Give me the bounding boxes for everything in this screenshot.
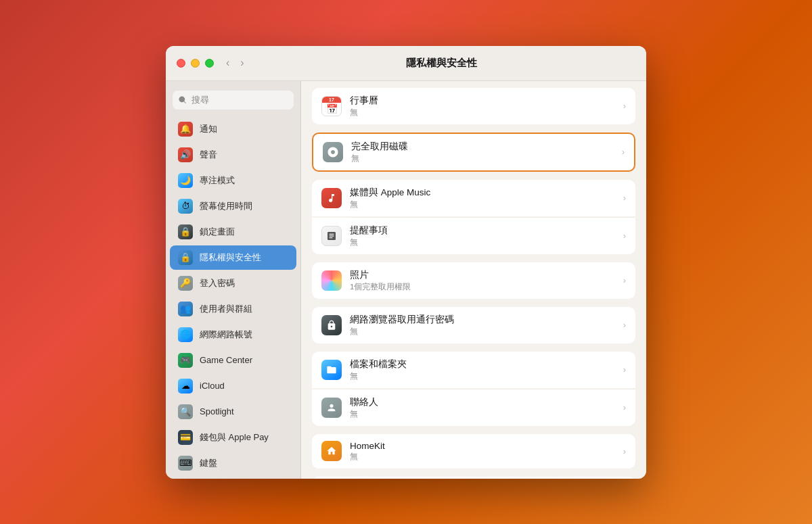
focus-icon: 🌙 [178,173,193,188]
settings-title: 行事曆 [350,95,615,107]
calendar-icon: 17 📅 [321,96,342,116]
settings-item-contacts[interactable]: 聯絡人 無 › [312,389,635,426]
chevron-icon: › [623,402,626,412]
settings-title: 完全取用磁碟 [351,141,614,153]
settings-text: 檔案和檔案夾 無 [350,358,615,381]
sidebar-item-label: 通知 [200,123,217,135]
settings-text: HomeKit 無 [350,441,615,462]
contacts-icon [321,398,342,418]
sidebar-item[interactable]: 👥 使用者與群組 [170,297,296,321]
nav-buttons: ‹ › [222,55,248,70]
files-icon [321,360,342,380]
chevron-icon: › [623,275,626,285]
settings-text: 提醒事項 無 [350,224,615,247]
reminders-icon [321,226,342,246]
notify-icon: 🔔 [178,122,193,137]
sidebar-item-label: Game Center [200,355,252,365]
search-icon [178,95,187,105]
sidebar-item-spotlight[interactable]: 🔍 Spotlight [170,400,296,424]
sidebar-item-label: iCloud [200,381,225,391]
settings-item-browser-pwd[interactable]: 網路瀏覽器取用通行密碼 無 › [312,307,635,343]
sidebar: 搜尋 🔔 通知 🔊 聲音 🌙 專注模式 ⏱ 螢幕使用時間 🔒 [166,81,301,479]
browser-icon [321,315,342,335]
chevron-icon: › [623,193,626,203]
sidebar-item-label: 使用者與群組 [200,303,252,315]
icloud-icon: ☁ [178,379,193,394]
window-body: 搜尋 🔔 通知 🔊 聲音 🌙 專注模式 ⏱ 螢幕使用時間 🔒 [166,81,646,479]
settings-title: 照片 [350,269,615,281]
settings-title: 媒體與 Apple Music [350,187,615,199]
settings-title: 提醒事項 [350,224,615,237]
internet-icon: 🌐 [178,327,193,342]
chevron-icon: › [623,320,626,330]
settings-item-files[interactable]: 檔案和檔案夾 無 › [312,352,635,388]
settings-text: 照片 1個完整取用權限 [350,269,615,292]
titlebar: ‹ › 隱私權與安全性 [166,46,646,81]
settings-list: 17 📅 行事曆 無 › [301,88,646,479]
privacy-icon: 🔒 [178,250,193,265]
chevron-icon: › [622,147,625,157]
spotlight-icon: 🔍 [178,404,193,419]
sidebar-item[interactable]: 🌐 網際網路帳號 [170,323,296,347]
sidebar-item-label: 隱私權與安全性 [200,252,261,264]
settings-title: 檔案和檔案夾 [350,358,615,371]
minimize-button[interactable] [191,59,200,68]
settings-title: 聯絡人 [350,396,615,408]
settings-title: 網路瀏覽器取用通行密碼 [350,314,615,326]
sidebar-item-keyboard[interactable]: ⌨ 鍵盤 [170,451,296,475]
sidebar-item[interactable]: 🔊 聲音 [170,143,296,167]
sidebar-item[interactable]: ⏱ 螢幕使用時間 [170,194,296,218]
search-container: 搜尋 [166,87,300,116]
settings-subtitle: 無 [350,327,615,337]
back-button[interactable]: ‹ [222,55,233,70]
sidebar-item-privacy[interactable]: 🔒 隱私權與安全性 [170,245,296,270]
disk-icon [323,142,343,162]
settings-text: 網路瀏覽器取用通行密碼 無 [350,314,615,337]
search-box[interactable]: 搜尋 [173,91,294,110]
sidebar-item-label: 鎖定畫面 [200,226,235,238]
keyboard-icon: ⌨ [178,456,193,471]
settings-subtitle: 無 [350,371,615,381]
settings-item-reminders[interactable]: 提醒事項 無 › [312,218,635,254]
screen-time-icon: ⏱ [178,199,193,214]
settings-subtitle: 無 [350,199,615,210]
lock-icon: 🔒 [178,224,193,239]
sidebar-item[interactable]: 🌙 專注模式 [170,168,296,193]
settings-item-homekit[interactable]: HomeKit 無 › [312,434,635,469]
settings-item-music[interactable]: 媒體與 Apple Music 無 › [312,180,635,216]
sidebar-item[interactable]: 🔑 登入密碼 [170,271,296,295]
sidebar-item-wallet[interactable]: 💳 錢包與 Apple Pay [170,425,296,450]
close-button[interactable] [177,59,185,68]
users-icon: 👥 [178,302,193,316]
sidebar-item-icloud[interactable]: ☁ iCloud [170,374,296,398]
settings-subtitle: 無 [350,452,615,462]
sidebar-item-label: 專注模式 [200,174,235,187]
sidebar-item-label: 錢包與 Apple Pay [200,431,269,444]
login-icon: 🔑 [178,276,193,291]
settings-title: HomeKit [350,441,615,451]
settings-item-calendar[interactable]: 17 📅 行事曆 無 › [312,88,635,124]
sidebar-item-label: 螢幕使用時間 [200,200,252,212]
sidebar-item-mouse[interactable]: 🖱 滑鼠 [170,477,296,479]
traffic-lights [177,59,214,68]
search-placeholder: 搜尋 [191,94,209,106]
settings-text: 媒體與 Apple Music 無 [350,187,615,210]
settings-item-photos[interactable]: 照片 1個完整取用權限 › [312,262,635,299]
settings-text: 完全取用磁碟 無 [351,141,614,164]
settings-item-automation[interactable]: 自動化 0 › [312,477,635,479]
maximize-button[interactable] [205,59,214,68]
photos-icon [321,270,342,291]
settings-item-full-disk[interactable]: 完全取用磁碟 無 › [312,133,635,172]
settings-subtitle: 無 [350,108,615,118]
chevron-icon: › [623,446,626,456]
settings-subtitle: 無 [351,153,614,164]
sidebar-item[interactable]: 🔒 鎖定畫面 [170,220,296,244]
sidebar-item[interactable]: 🔔 通知 [170,117,296,141]
forward-button[interactable]: › [236,55,248,70]
sidebar-item-label: Spotlight [200,406,234,416]
settings-subtitle: 1個完整取用權限 [350,282,615,292]
sound-icon: 🔊 [178,147,193,162]
settings-text: 行事曆 無 [350,95,615,118]
sidebar-item-gamecenter[interactable]: 🎮 Game Center [170,348,296,373]
sidebar-item-label: 登入密碼 [200,277,235,289]
